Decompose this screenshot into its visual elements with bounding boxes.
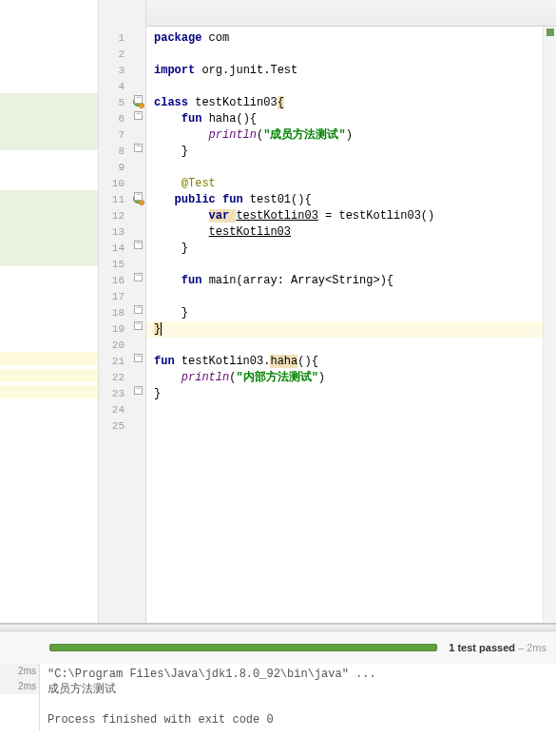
code-line: } <box>146 386 556 402</box>
fold-toggle-icon[interactable] <box>134 241 143 249</box>
vertical-scrollbar[interactable] <box>543 27 556 623</box>
diff-marker <box>0 385 98 398</box>
code-line <box>146 79 556 95</box>
code-line: println("内部方法测试") <box>146 370 556 386</box>
fold-toggle-icon[interactable] <box>134 111 143 120</box>
test-tree-times: 2ms 2ms <box>0 664 39 694</box>
line-number-gutter[interactable]: 1 2 3 4 5 6 7 8 9 10 11 12 13 14 15 16 1… <box>99 0 146 623</box>
run-tool-window: 1 test passed – 2ms 2ms 2ms "C:\Program … <box>0 623 556 756</box>
coverage-block <box>0 93 98 150</box>
analysis-status-icon <box>546 29 554 36</box>
code-line: testKotlin03 <box>146 224 556 241</box>
code-content[interactable]: package com import org.junit.Test class … <box>146 0 556 623</box>
console-line <box>48 697 548 712</box>
left-margin-strip <box>0 0 98 623</box>
fold-column <box>132 0 145 623</box>
fold-toggle-icon[interactable] <box>134 305 143 314</box>
test-duration: 2ms <box>0 664 39 679</box>
code-line: public fun test01(){ <box>146 192 556 208</box>
coverage-block <box>0 190 98 266</box>
code-line: class testKotlin03{ <box>146 95 556 111</box>
console-text[interactable]: "C:\Program Files\Java\jdk1.8.0_92\bin\j… <box>39 664 556 730</box>
code-line: } <box>146 241 556 257</box>
test-progress-bar <box>49 644 437 651</box>
fold-toggle-icon[interactable] <box>134 354 143 362</box>
console-line: 成员方法测试 <box>48 682 548 697</box>
code-line <box>146 289 556 305</box>
fold-toggle-icon[interactable] <box>134 386 143 395</box>
text-cursor-icon <box>161 322 162 336</box>
fold-toggle-icon[interactable] <box>134 144 143 152</box>
code-line: } <box>146 305 556 321</box>
code-line <box>146 402 556 418</box>
code-line <box>146 418 556 435</box>
fold-toggle-icon[interactable] <box>134 321 143 330</box>
panel-resize-handle[interactable] <box>0 624 556 631</box>
console-line: "C:\Program Files\Java\jdk1.8.0_92\bin\j… <box>48 667 548 682</box>
code-line: fun testKotlin03.haha(){ <box>146 354 556 370</box>
code-line: import org.junit.Test <box>146 63 556 79</box>
console-line: Process finished with exit code 0 <box>48 712 548 727</box>
code-line: println("成员方法测试") <box>146 127 556 144</box>
code-line <box>146 47 556 63</box>
console-output[interactable]: 2ms 2ms "C:\Program Files\Java\jdk1.8.0_… <box>0 664 556 730</box>
code-line <box>146 160 556 176</box>
code-line: fun main(array: Array<String>){ <box>146 273 556 289</box>
fold-toggle-icon[interactable] <box>134 273 143 281</box>
code-line <box>146 338 556 354</box>
diff-marker <box>0 352 98 365</box>
test-progress-row: 1 test passed – 2ms <box>0 631 556 664</box>
code-editor[interactable]: 1 2 3 4 5 6 7 8 9 10 11 12 13 14 15 16 1… <box>98 0 556 623</box>
code-line <box>146 257 556 273</box>
code-line: @Test <box>146 176 556 192</box>
fold-toggle-icon[interactable] <box>134 95 143 104</box>
test-summary-label: 1 test passed – 2ms <box>449 642 546 653</box>
code-line: fun haha(){ <box>146 111 556 127</box>
editor-area: 1 2 3 4 5 6 7 8 9 10 11 12 13 14 15 16 1… <box>0 0 556 623</box>
code-line: package com <box>146 30 556 47</box>
test-duration: 2ms <box>0 679 39 694</box>
code-line: } <box>146 144 556 160</box>
fold-toggle-icon[interactable] <box>134 192 143 201</box>
diff-marker <box>0 369 98 382</box>
code-line: var testKotlin03 = testKotlin03() <box>146 208 556 224</box>
code-line-current: } <box>146 321 556 338</box>
